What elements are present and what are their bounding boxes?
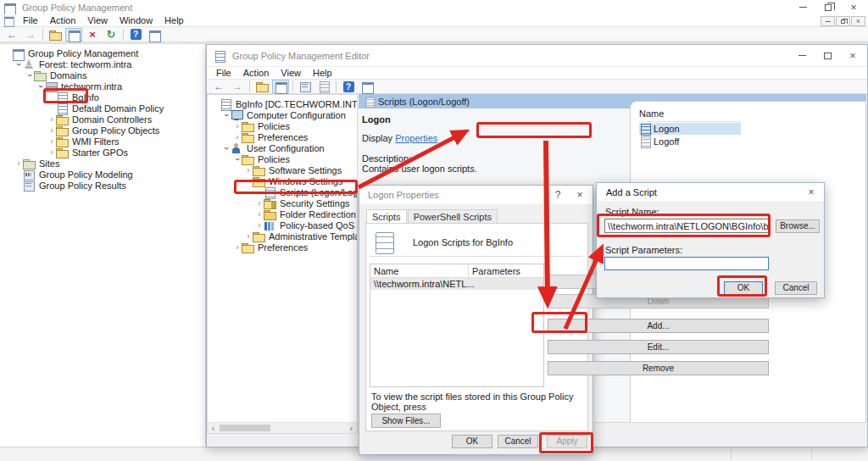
up-one-level-icon[interactable] (253, 80, 270, 93)
chevron-collapsed-icon[interactable]: › (255, 221, 264, 230)
menu-help[interactable]: Help (159, 14, 190, 26)
editor-minimize-button[interactable] (789, 45, 815, 66)
chevron-collapsed-icon[interactable]: › (255, 199, 264, 208)
tree-item-policy-based-qos[interactable]: ›Policy-based QoS (208, 219, 357, 230)
ok-button[interactable]: OK (724, 281, 763, 295)
chevron-expanded-icon[interactable]: › (25, 71, 34, 80)
scrollbar-thumb[interactable] (220, 425, 270, 431)
tree-item-administrative-templates-po[interactable]: ›Administrative Templates: Po (208, 230, 357, 242)
chevron-collapsed-icon[interactable]: › (244, 166, 253, 175)
column-header-name[interactable]: Name (639, 108, 741, 122)
dialog-help-icon[interactable]: ? (547, 187, 569, 203)
dialog-close-icon[interactable]: × (800, 185, 822, 200)
menu-action[interactable]: Action (44, 14, 82, 26)
delete-icon[interactable]: × (84, 28, 101, 42)
chevron-collapsed-icon[interactable]: › (47, 148, 56, 157)
show-console-tree-icon[interactable] (65, 28, 82, 42)
tree-item-windows-settings[interactable]: ›Windows Settings (208, 175, 357, 186)
editor-tree-hscrollbar[interactable]: ‹ › (208, 422, 357, 433)
gpm-restore-button[interactable] (815, 0, 841, 14)
chevron-collapsed-icon[interactable]: › (233, 243, 242, 252)
tree-item-group-policy-modeling[interactable]: Group Policy Modeling (0, 169, 205, 180)
export-list-icon[interactable] (315, 80, 332, 93)
edit-button[interactable]: Edit... (548, 340, 769, 354)
menu-help[interactable]: Help (307, 67, 338, 79)
tree-item-policies[interactable]: ›Policies (208, 120, 357, 131)
list-item-logoff[interactable]: Logoff (639, 136, 741, 147)
show-console-tree-icon[interactable] (272, 80, 289, 93)
chevron-collapsed-icon[interactable]: › (255, 210, 264, 219)
mdi-close-button[interactable]: × (851, 16, 865, 26)
tree-item-group-policy-results[interactable]: Group Policy Results (0, 180, 205, 191)
script-parameters-input[interactable] (604, 257, 769, 270)
chevron-expanded-icon[interactable]: › (14, 60, 23, 69)
tree-item-default-domain-policy[interactable]: Default Domain Policy (0, 103, 205, 114)
tree-item-software-settings[interactable]: ›Software Settings (208, 164, 357, 175)
chevron-expanded-icon[interactable]: › (244, 177, 253, 186)
script-name-input[interactable]: \\techworm.intra\NETLOGON\BGInfo\bginfo.… (604, 219, 769, 233)
new-window-icon[interactable] (146, 28, 163, 42)
tree-item-preferences[interactable]: ›Preferences (208, 131, 357, 142)
menu-file[interactable]: File (210, 67, 237, 79)
cancel-button[interactable]: Cancel (498, 435, 538, 448)
forward-icon[interactable]: → (22, 28, 39, 42)
dialog-close-icon[interactable]: × (569, 187, 591, 203)
apply-button[interactable]: Apply (547, 435, 587, 448)
help-icon[interactable]: ? (340, 80, 357, 93)
mdi-minimize-button[interactable] (821, 16, 835, 26)
properties-link[interactable]: Properties (395, 133, 437, 143)
tree-item-techworm-intra[interactable]: ›techworm.intra (0, 81, 205, 92)
menu-file[interactable]: File (17, 14, 44, 26)
tree-item-domains[interactable]: ›Domains (0, 69, 205, 81)
chevron-collapsed-icon[interactable]: › (47, 126, 56, 135)
chevron-collapsed-icon[interactable]: › (47, 115, 56, 124)
ok-button[interactable]: OK (452, 435, 492, 448)
tree-item-sites[interactable]: ›Sites (0, 158, 205, 169)
help-icon[interactable]: ? (127, 28, 144, 42)
tree-item-wmi-filters[interactable]: ›WMI Filters (0, 136, 205, 147)
show-files-button[interactable]: Show Files... (371, 414, 441, 428)
tree-item-forest-techworm-intra[interactable]: ›Forest: techworm.intra (0, 58, 205, 69)
editor-close-button[interactable]: × (840, 45, 865, 66)
tree-item-folder-redirection[interactable]: ›Folder Redirection (208, 208, 357, 219)
up-one-level-icon[interactable] (47, 28, 64, 42)
list-item-logon[interactable]: Logon (639, 123, 741, 135)
browse-button[interactable]: Browse... (776, 219, 820, 233)
tree-item-group-policy-management[interactable]: Group Policy Management (0, 47, 205, 58)
table-row-script[interactable]: \\techworm.intra\NETL... (370, 278, 543, 290)
refresh-icon[interactable]: ↻ (103, 28, 120, 42)
add-button[interactable]: Add... (548, 319, 769, 333)
menu-view[interactable]: View (275, 67, 307, 79)
tree-item-preferences[interactable]: ›Preferences (208, 242, 357, 253)
chevron-collapsed-icon[interactable]: › (233, 122, 242, 131)
chevron-collapsed-icon[interactable]: › (233, 133, 242, 142)
tree-item-security-settings[interactable]: ›Security Settings (208, 197, 357, 208)
menu-view[interactable]: View (81, 14, 114, 26)
forward-icon[interactable]: → (229, 80, 246, 93)
tree-item-starter-gpos[interactable]: ›Starter GPOs (0, 147, 205, 158)
tree-item-bginfo[interactable]: BgInfo (0, 92, 205, 103)
scroll-left-icon[interactable]: ‹ (208, 424, 219, 433)
chevron-expanded-icon[interactable]: › (233, 155, 242, 164)
chevron-expanded-icon[interactable]: › (36, 82, 45, 91)
remove-button[interactable]: Remove (548, 361, 769, 375)
mdi-restore-button[interactable] (836, 16, 850, 26)
tree-item-domain-controllers[interactable]: ›Domain Controllers (0, 114, 205, 125)
column-header-parameters[interactable]: Parameters (469, 264, 524, 277)
tree-item-group-policy-objects[interactable]: ›Group Policy Objects (0, 125, 205, 136)
back-icon[interactable]: ← (210, 80, 227, 93)
chevron-expanded-icon[interactable]: › (222, 144, 231, 153)
chevron-collapsed-icon[interactable]: › (14, 159, 23, 168)
gpm-minimize-button[interactable] (790, 0, 815, 14)
chevron-expanded-icon[interactable]: › (222, 111, 231, 119)
back-icon[interactable]: ← (3, 28, 20, 42)
column-header-name[interactable]: Name (370, 264, 469, 277)
tree-item-scripts-logon-logoff[interactable]: Scripts (Logon/Logoff) (208, 186, 357, 197)
new-window-icon[interactable] (359, 80, 376, 93)
editor-maximize-button[interactable] (815, 45, 840, 66)
scroll-right-icon[interactable]: › (346, 424, 357, 433)
tree-item-user-configuration[interactable]: ›User Configuration (208, 142, 357, 153)
gpm-close-button[interactable]: × (841, 0, 866, 14)
tree-item-policies[interactable]: ›Policies (208, 153, 357, 164)
properties-icon[interactable] (297, 80, 314, 93)
